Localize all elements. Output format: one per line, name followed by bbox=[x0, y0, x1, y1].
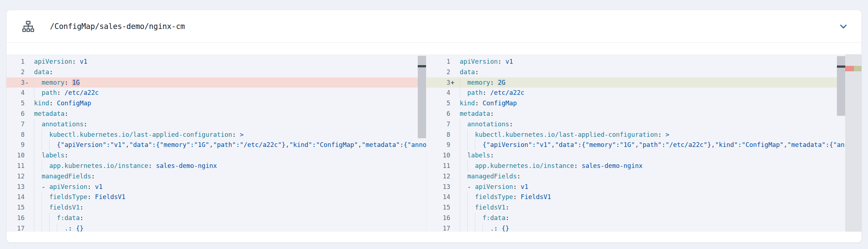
code-line[interactable]: 15 fieldsV1: bbox=[426, 202, 861, 213]
indent-guide bbox=[460, 150, 460, 161]
line-number: 13 bbox=[443, 182, 450, 192]
code-text: data: bbox=[456, 67, 861, 77]
scrollbar-left[interactable] bbox=[418, 56, 426, 138]
code-line[interactable]: 11 app.kubernetes.io/instance: sales-dem… bbox=[7, 161, 426, 171]
line-number: 14 bbox=[443, 192, 450, 202]
code-line[interactable]: 3- memory: 1G bbox=[7, 77, 426, 88]
code-line[interactable]: 3+ memory: 2G bbox=[426, 77, 861, 88]
code-text: app.kubernetes.io/instance: sales-demo-n… bbox=[456, 161, 861, 171]
code-line[interactable]: 6metadata: bbox=[426, 109, 861, 119]
code-text: annotations: bbox=[30, 119, 426, 130]
code-line[interactable]: 7 annotations: bbox=[426, 119, 861, 130]
indent-guide bbox=[49, 223, 50, 232]
code-line[interactable]: 13 - apiVersion: v1 bbox=[426, 182, 861, 192]
line-number-gutter: 11 bbox=[7, 161, 30, 171]
code-line[interactable]: 13 - apiVersion: v1 bbox=[7, 182, 426, 192]
code-line[interactable]: 5kind: ConfigMap bbox=[426, 98, 861, 109]
line-number-gutter: 12 bbox=[7, 171, 30, 182]
indent-guide bbox=[57, 223, 57, 232]
code-line[interactable]: 4 path: /etc/a22c bbox=[426, 88, 861, 98]
diff-editor: 1apiVersion: v12data:3- memory: 1G4 path… bbox=[7, 54, 861, 232]
diff-marker bbox=[25, 171, 30, 182]
code-line[interactable]: 9 {"apiVersion":"v1","data":{"memory":"1… bbox=[426, 140, 861, 150]
code-text: kind: ConfigMap bbox=[30, 98, 426, 109]
line-number-gutter: 1 bbox=[426, 56, 456, 67]
indent-guide bbox=[460, 213, 460, 223]
code-line[interactable]: 16 f:data: bbox=[7, 213, 426, 223]
indent-guide bbox=[460, 223, 460, 232]
line-number-gutter: 15 bbox=[426, 202, 456, 213]
overview-ruler[interactable] bbox=[845, 54, 861, 232]
indent-guide bbox=[34, 88, 34, 98]
code-line[interactable]: 4 path: /etc/a22c bbox=[7, 88, 426, 98]
code-line[interactable]: 16 f:data: bbox=[426, 213, 861, 223]
code-line[interactable]: 8 kubectl.kubernetes.io/last-applied-con… bbox=[7, 130, 426, 140]
line-number: 10 bbox=[17, 150, 25, 161]
indent-guide bbox=[460, 119, 460, 130]
line-number: 15 bbox=[17, 202, 25, 213]
line-number: 7 bbox=[21, 119, 25, 130]
resource-path-title: /ConfigMap/sales-demo/nginx-cm bbox=[50, 22, 185, 31]
code-text: f:data: bbox=[30, 213, 426, 223]
code-line[interactable]: 15 fieldsV1: bbox=[7, 202, 426, 213]
code-line[interactable]: 12 managedFields: bbox=[7, 171, 426, 182]
indent-guide bbox=[34, 223, 34, 232]
diff-marker bbox=[25, 88, 30, 98]
indent-guide bbox=[460, 171, 460, 182]
line-number: 7 bbox=[446, 119, 450, 130]
indent-guide bbox=[34, 77, 34, 88]
code-line[interactable]: 2data: bbox=[7, 67, 426, 77]
code-line[interactable]: 17 .: {} bbox=[426, 223, 861, 232]
code-line[interactable]: 17 .: {} bbox=[7, 223, 426, 232]
code-line[interactable]: 7 annotations: bbox=[7, 119, 426, 130]
line-number: 17 bbox=[443, 223, 450, 232]
code-text: fieldsV1: bbox=[456, 202, 861, 213]
code-line[interactable]: 14 fieldsType: FieldsV1 bbox=[426, 192, 861, 202]
line-number-gutter: 17 bbox=[7, 223, 30, 232]
indent-guide bbox=[475, 140, 475, 150]
code-line[interactable]: 12 managedFields: bbox=[426, 171, 861, 182]
code-line[interactable]: 5kind: ConfigMap bbox=[7, 98, 426, 109]
code-line[interactable]: 10 labels: bbox=[426, 150, 861, 161]
diff-marker bbox=[450, 213, 456, 223]
code-line[interactable]: 11 app.kubernetes.io/instance: sales-dem… bbox=[426, 161, 861, 171]
diff-marker bbox=[450, 88, 456, 98]
indent-guide bbox=[460, 77, 460, 88]
line-number: 15 bbox=[443, 202, 450, 213]
line-number: 12 bbox=[17, 171, 25, 182]
code-text: fieldsType: FieldsV1 bbox=[456, 192, 861, 202]
diff-marker bbox=[25, 223, 30, 232]
diff-marker bbox=[450, 119, 456, 130]
code-text: {"apiVersion":"v1","data":{"memory":"1G"… bbox=[456, 140, 861, 150]
code-line[interactable]: 10 labels: bbox=[7, 150, 426, 161]
resource-header[interactable]: /ConfigMap/sales-demo/nginx-cm bbox=[7, 10, 861, 43]
chevron-down-icon[interactable] bbox=[838, 21, 849, 32]
code-line[interactable]: 9 {"apiVersion":"v1","data":{"memory":"1… bbox=[7, 140, 426, 150]
line-number: 5 bbox=[446, 98, 450, 109]
code-line[interactable]: 6metadata: bbox=[7, 109, 426, 119]
code-text: path: /etc/a22c bbox=[30, 88, 426, 98]
code-line[interactable]: 1apiVersion: v1 bbox=[426, 56, 861, 67]
code-text: fieldsV1: bbox=[30, 202, 426, 213]
code-text: managedFields: bbox=[456, 171, 861, 182]
diff-marker bbox=[450, 223, 456, 232]
code-line[interactable]: 14 fieldsType: FieldsV1 bbox=[7, 192, 426, 202]
code-line[interactable]: 2data: bbox=[426, 67, 861, 77]
code-line[interactable]: 8 kubectl.kubernetes.io/last-applied-con… bbox=[426, 130, 861, 140]
code-text: kubectl.kubernetes.io/last-applied-confi… bbox=[456, 130, 861, 140]
scrollbar-right[interactable] bbox=[837, 56, 845, 116]
diff-marker bbox=[450, 140, 456, 150]
code-text: f:data: bbox=[456, 213, 861, 223]
indent-guide bbox=[467, 130, 468, 140]
indent-guide bbox=[467, 202, 468, 213]
diff-marker bbox=[25, 213, 30, 223]
indent-guide bbox=[42, 192, 42, 202]
line-number: 1 bbox=[21, 56, 25, 67]
indent-guide bbox=[460, 182, 460, 192]
code-line[interactable]: 1apiVersion: v1 bbox=[7, 56, 426, 67]
code-text: apiVersion: v1 bbox=[456, 56, 861, 67]
indent-guide bbox=[467, 140, 468, 150]
indent-guide bbox=[42, 213, 42, 223]
code-text: app.kubernetes.io/instance: sales-demo-n… bbox=[30, 161, 426, 171]
line-number-gutter: 5 bbox=[7, 98, 30, 109]
